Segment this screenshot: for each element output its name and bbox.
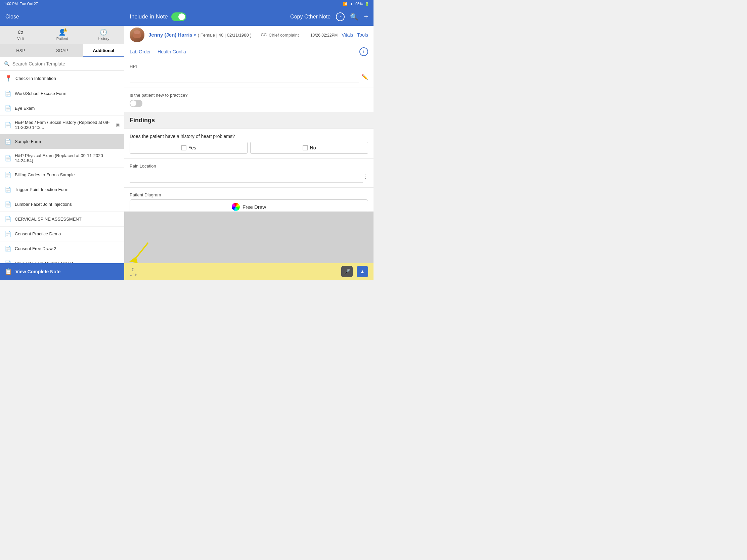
no-button[interactable]: No [250, 142, 368, 154]
item-label: Sample Form [15, 139, 41, 144]
no-checkbox[interactable] [303, 145, 308, 151]
doc-icon: 📄 [5, 171, 11, 178]
item-label: Billing Codes to Forms Sample [15, 172, 75, 177]
battery-icon: 🔋 [365, 2, 369, 6]
header-bar: Close Include in Note Copy Other Note ⋯ … [0, 7, 374, 26]
list-item-consentfree[interactable]: 📄 Consent Free Draw 2 [0, 241, 124, 256]
copy-other-note-button[interactable]: Copy Other Note [290, 14, 331, 20]
heart-question-section: Does the patient have a history of heart… [124, 129, 374, 159]
status-right: 📶 ▲ 95% 🔋 [343, 2, 369, 6]
no-label: No [310, 145, 316, 151]
findings-title: Findings [130, 117, 155, 124]
list-item-lumbar[interactable]: 📄 Lumbar Facet Joint Injections [0, 197, 124, 212]
status-bar: 1:00 PM Tue Oct 27 📶 ▲ 95% 🔋 [0, 0, 374, 7]
tab-visit-label: Visit [17, 36, 24, 41]
patient-diagram-label: Patient Diagram [130, 192, 368, 197]
list-item-hpmed[interactable]: 📄 H&P Med / Fam / Social History (Replac… [0, 116, 124, 134]
new-patient-toggle[interactable] [130, 100, 143, 107]
search-icon: 🔍 [4, 61, 10, 66]
yes-no-row: Yes No [130, 142, 368, 154]
doc-icon: 📄 [5, 186, 11, 193]
cc-label: CC [261, 32, 267, 37]
search-box: 🔍 [0, 57, 124, 71]
new-patient-section: Is the patient new to practice? [124, 88, 374, 112]
list-item-trigger[interactable]: 📄 Trigger Point Injection Form [0, 182, 124, 197]
patient-timestamp: 10/26 02:22PM [310, 32, 338, 38]
wifi-icon: 📶 [343, 2, 347, 6]
doc-icon: 📄 [5, 105, 11, 111]
item-label: H&P Med / Fam / Social History (Replaced… [15, 120, 112, 130]
cc-input[interactable] [269, 32, 306, 37]
item-label: Trigger Point Injection Form [15, 187, 69, 192]
more-options-button[interactable]: ⋯ [336, 12, 344, 21]
list-item-consent[interactable]: 📄 Consent Practice Demo [0, 226, 124, 241]
mic-button[interactable]: 🎤 [341, 266, 353, 277]
search-header-icon[interactable]: 🔍 [350, 13, 358, 21]
health-gorilla-link[interactable]: Health Gorilla [157, 49, 186, 54]
bottom-bar-label: View Complete Note [16, 269, 60, 274]
bottom-right-icons: 🎤 ▲ [341, 266, 368, 277]
list-item-excuse[interactable]: 📄 Work/School Excuse Form [0, 86, 124, 101]
tab-patient-label: Patient [56, 36, 68, 41]
sub-tabs: H&P SOAP Additional [0, 44, 124, 57]
patient-demographics: ( Female | 40 | 02/11/1980 ) [198, 32, 252, 37]
add-button[interactable]: + [364, 12, 368, 21]
tab-history-label: History [98, 36, 109, 41]
bottom-status-bar: 0 Line 🎤 ▲ [124, 263, 374, 280]
tab-patient[interactable]: 👤⚠️ Patient [41, 26, 83, 44]
close-button[interactable]: Close [5, 14, 26, 20]
hpi-row: ✏️ [130, 71, 368, 83]
pain-location-input[interactable] [130, 170, 363, 183]
list-item-sample[interactable]: 📄 Sample Form [0, 134, 124, 149]
item-label: Physical Exam Multiple Select [15, 261, 73, 263]
item-label: Work/School Excuse Form [15, 91, 67, 96]
battery-percent: 95% [355, 2, 363, 6]
doc-icon: 📄 [5, 138, 11, 145]
vitals-link[interactable]: Vitals [342, 32, 353, 37]
lab-order-link[interactable]: Lab Order [130, 49, 151, 54]
subtab-additional[interactable]: Additional [83, 44, 124, 57]
subtab-hp[interactable]: H&P [0, 44, 41, 57]
list-item-eye[interactable]: 📄 Eye Exam [0, 101, 124, 116]
patient-name: Jenny (Jen) Harris [149, 32, 192, 37]
item-label: Consent Practice Demo [15, 231, 61, 236]
line-count: 0 [132, 267, 135, 272]
list-item-checkin[interactable]: 📍 Check-In Information [0, 71, 124, 86]
item-label: Check-In Information [16, 76, 56, 81]
info-button[interactable]: i [359, 47, 368, 56]
yes-button[interactable]: Yes [130, 142, 248, 154]
signal-icon: ▲ [350, 2, 353, 6]
findings-section: Findings [124, 112, 374, 129]
doc-icon: 📄 [5, 216, 11, 222]
toggle-row [130, 100, 368, 107]
pain-location-section: Pain Location ⋮ [124, 159, 374, 188]
status-time: 1:00 PM Tue Oct 27 [4, 2, 38, 6]
yes-checkbox[interactable] [181, 145, 186, 151]
tab-history[interactable]: 🕐 History [83, 26, 124, 44]
include-note-label: Include in Note [130, 14, 168, 20]
hpi-label: HPI [130, 64, 368, 69]
item-label: H&P Physical Exam (Replaced at 09-11-202… [15, 153, 120, 163]
list-item-physicalexam[interactable]: 📄 Physical Exam Multiple Select [0, 256, 124, 263]
header-right: Copy Other Note ⋯ 🔍 + [290, 12, 368, 21]
list-item-billing[interactable]: 📄 Billing Codes to Forms Sample [0, 167, 124, 182]
tools-link[interactable]: Tools [357, 32, 368, 37]
item-label: CERVICAL SPINE ASSESSMENT [15, 217, 82, 221]
list-item-cervical[interactable]: 📄 CERVICAL SPINE ASSESSMENT [0, 212, 124, 226]
more-dots-icon[interactable]: ⋮ [363, 174, 368, 180]
new-patient-label: Is the patient new to practice? [130, 93, 368, 98]
doc-icon: 📄 [5, 245, 11, 252]
doc-icon: 📄 [5, 201, 11, 208]
subtab-soap[interactable]: SOAP [41, 44, 83, 57]
hpi-input[interactable] [130, 71, 359, 83]
scroll-up-button[interactable]: ▲ [357, 266, 368, 277]
search-input[interactable] [12, 61, 120, 66]
list-item-hpphysical[interactable]: 📄 H&P Physical Exam (Replaced at 09-11-2… [0, 149, 124, 167]
patient-icon: 👤⚠️ [58, 29, 66, 36]
tab-visit[interactable]: 🗂 Visit [0, 26, 41, 44]
chevron-down-icon[interactable]: ▾ [194, 32, 196, 37]
doc-icon: 📄 [5, 155, 11, 161]
edit-icon[interactable]: ✏️ [361, 74, 368, 80]
view-complete-note-button[interactable]: 📋 View Complete Note [0, 263, 124, 280]
include-note-toggle[interactable] [171, 12, 186, 21]
